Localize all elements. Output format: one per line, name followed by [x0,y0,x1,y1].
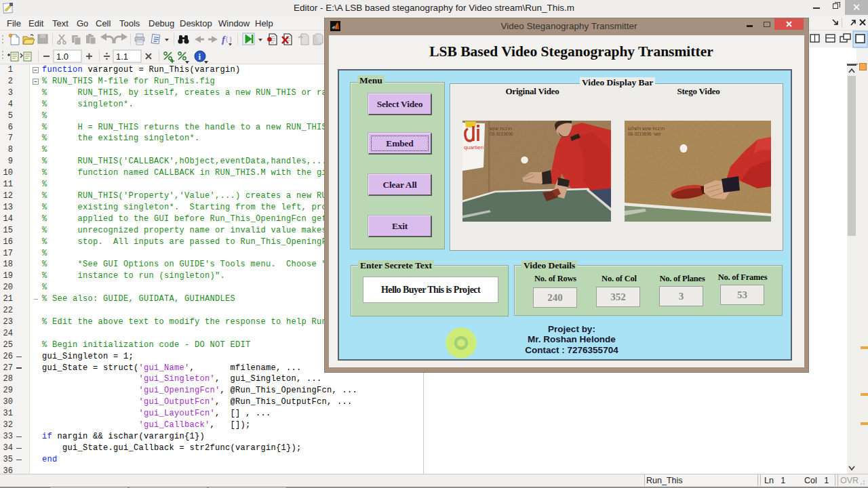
svg-text:i: i [199,52,201,62]
svg-text:1.0: 1.0 [56,52,68,62]
svg-text:1.1: 1.1 [116,52,128,62]
svg-text:תרבות שקש: תרבות שקש [490,126,512,131]
svg-text:תרבות שקש ולשלום: תרבות שקש ולשלום [628,126,665,131]
svg-text:08-9219696: 08-9219696 [490,131,513,136]
svg-text:( ): ( ) [226,36,232,43]
svg-text:quartieri: quartieri [464,144,484,150]
svg-text:08-9219696 קשר: 08-9219696 קשר [628,131,661,136]
